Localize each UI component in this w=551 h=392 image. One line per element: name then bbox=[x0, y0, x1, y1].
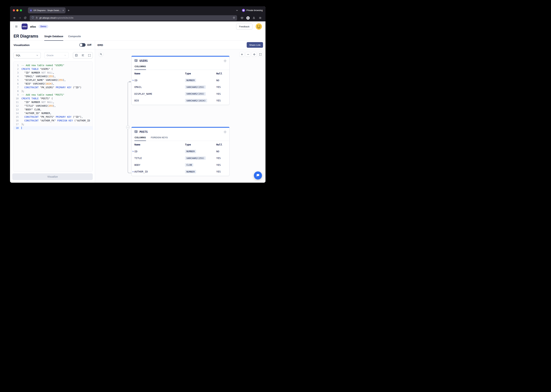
list-all-tabs-chevron-icon[interactable] bbox=[235, 8, 239, 13]
tab-single-database[interactable]: Single Database bbox=[44, 35, 63, 41]
browser-window: a ER Diagrams · Single Database × + Priv… bbox=[10, 6, 266, 183]
window-minimize-button[interactable] bbox=[16, 9, 18, 11]
window-close-button[interactable] bbox=[13, 9, 15, 11]
reload-icon[interactable] bbox=[23, 15, 28, 20]
tracking-shield-icon[interactable] bbox=[31, 16, 34, 20]
erd-canvas[interactable]: USERS COLUMNS NameTypeNull ID NUMBER NO … bbox=[95, 49, 266, 183]
browser-toolbar: gh.atlasgo.cloud/explore/b2bc319e G bbox=[10, 14, 266, 21]
entity-header[interactable]: POSTS bbox=[132, 128, 229, 135]
url-bar[interactable]: gh.atlasgo.cloud/explore/b2bc319e bbox=[30, 15, 237, 21]
code-line[interactable]: 14 "AUTHOR_ID" NUMBER, bbox=[13, 112, 93, 115]
dialect-select[interactable]: Oracle bbox=[44, 52, 69, 58]
atlas-logo[interactable]: atlas bbox=[22, 23, 28, 29]
column-name: ID bbox=[134, 79, 185, 82]
line-number: 8 bbox=[13, 89, 22, 93]
diff-control: Diff bbox=[79, 43, 91, 47]
tab-composite[interactable]: Composite bbox=[68, 35, 81, 41]
schema-icon[interactable] bbox=[73, 52, 80, 58]
code-token: "USERS" ( bbox=[39, 68, 53, 70]
code-token: ("ID") bbox=[72, 86, 81, 89]
erd-panel: ERD Share Link bbox=[95, 41, 266, 183]
code-text: "DISPLAY_NAME" VARCHAR2(255), bbox=[22, 78, 66, 82]
entity-tab-columns[interactable]: COLUMNS bbox=[134, 135, 146, 141]
code-line[interactable]: 10CREATE TABLE "POSTS" ( bbox=[13, 97, 93, 100]
back-icon[interactable] bbox=[12, 15, 17, 20]
share-link-button[interactable]: Share Link bbox=[247, 42, 263, 48]
sql-editor[interactable]: 1-- Add new table named "USERS"2CREATE T… bbox=[13, 61, 93, 172]
forward-icon[interactable] bbox=[17, 15, 22, 20]
code-line[interactable]: 5 "DISPLAY_NAME" VARCHAR2(255), bbox=[13, 78, 93, 82]
format-icon[interactable] bbox=[80, 52, 86, 58]
menu-icon[interactable] bbox=[258, 16, 262, 20]
code-line[interactable]: 9-- Add new table named "POSTS" bbox=[13, 93, 93, 97]
chevron-down-icon bbox=[36, 54, 38, 56]
extension-g-badge-icon[interactable]: G bbox=[246, 16, 250, 20]
share-icon[interactable] bbox=[252, 16, 256, 20]
line-number: 14 bbox=[13, 112, 22, 115]
entity-tab-foreign-keys[interactable]: FOREIGN KEYS bbox=[151, 135, 168, 141]
code-token: ("ID"), bbox=[72, 115, 83, 118]
entity-table-header: NameTypeNull bbox=[132, 141, 229, 148]
lock-icon[interactable] bbox=[36, 16, 38, 20]
toolbar-extensions: G bbox=[240, 16, 262, 20]
relationship-handle[interactable] bbox=[126, 126, 130, 129]
column-header: Null bbox=[216, 72, 226, 75]
expand-editor-icon[interactable] bbox=[86, 52, 93, 58]
code-token: "AUTHOR_ID" NUMBER, bbox=[22, 112, 51, 115]
tab-close-icon[interactable]: × bbox=[63, 9, 64, 12]
code-line[interactable]: 12 "TITLE" VARCHAR2(255), bbox=[13, 104, 93, 108]
code-token: 255 bbox=[49, 105, 53, 107]
code-token: FOREIGN KEY bbox=[57, 119, 73, 122]
entity-header[interactable]: USERS bbox=[132, 57, 229, 64]
drag-handle-icon[interactable] bbox=[224, 59, 226, 62]
diff-label: Diff bbox=[87, 43, 91, 46]
code-line[interactable]: 16 CONSTRAINT "AUTHOR_FK" FOREIGN KEY ("… bbox=[13, 119, 93, 122]
code-line[interactable]: 2CREATE TABLE "USERS" ( bbox=[13, 67, 93, 71]
main-split: Visualization Diff SQL Oracle bbox=[10, 41, 266, 183]
entity-posts[interactable]: POSTS COLUMNSFOREIGN KEYS NameTypeNull I… bbox=[131, 127, 230, 176]
entity-table-header: NameTypeNull bbox=[132, 70, 229, 77]
visualize-button[interactable]: Visualize bbox=[12, 173, 93, 180]
code-line[interactable]: 4 "EMAIL" VARCHAR2(255), bbox=[13, 75, 93, 78]
drag-handle-icon[interactable] bbox=[224, 131, 226, 133]
language-select[interactable]: SQL bbox=[14, 52, 41, 58]
code-line[interactable]: 6 "BIO" VARCHAR2(1024), bbox=[13, 82, 93, 86]
bookmark-star-icon[interactable] bbox=[233, 16, 235, 20]
browser-tab[interactable]: a ER Diagrams · Single Database × bbox=[28, 7, 65, 13]
private-mask-icon bbox=[242, 9, 245, 12]
pocket-icon[interactable] bbox=[240, 16, 244, 20]
editor-toolbar bbox=[73, 52, 93, 58]
user-avatar[interactable] bbox=[256, 23, 262, 30]
code-line[interactable]: 7 CONSTRAINT "PK_USERS" PRIMARY KEY ("ID… bbox=[13, 86, 93, 89]
code-line[interactable]: 8); bbox=[13, 89, 93, 93]
column-header: Name bbox=[134, 143, 185, 146]
window-zoom-button[interactable] bbox=[20, 9, 22, 11]
fullscreen-icon[interactable] bbox=[258, 52, 263, 57]
code-line[interactable]: 13 "BODY" CLOB, bbox=[13, 108, 93, 112]
code-line[interactable]: 11 "ID" NUMBER NOT NULL, bbox=[13, 100, 93, 104]
tab-favicon-icon: a bbox=[30, 9, 32, 12]
primary-key-icon bbox=[132, 79, 134, 81]
code-line[interactable]: 18 bbox=[13, 126, 93, 130]
diff-toggle[interactable] bbox=[79, 43, 86, 47]
code-line[interactable]: 3 "ID" NUMBER NOT NULL, bbox=[13, 71, 93, 75]
header-right: Feedback bbox=[236, 23, 262, 30]
fit-view-icon[interactable] bbox=[252, 52, 256, 57]
zoom-in-icon[interactable] bbox=[239, 52, 244, 57]
chat-launcher-icon[interactable] bbox=[254, 171, 262, 180]
canvas-search-icon[interactable] bbox=[99, 52, 103, 57]
code-text: CREATE TABLE "POSTS" ( bbox=[22, 97, 53, 100]
line-number: 12 bbox=[13, 104, 22, 108]
entity-users[interactable]: USERS COLUMNS NameTypeNull ID NUMBER NO … bbox=[131, 56, 230, 105]
erd-header: ERD Share Link bbox=[95, 41, 266, 49]
new-tab-button[interactable]: + bbox=[68, 9, 70, 12]
app-menu-icon[interactable] bbox=[14, 24, 19, 29]
line-number: 5 bbox=[13, 78, 22, 82]
code-line[interactable]: 1-- Add new table named "USERS" bbox=[13, 63, 93, 67]
code-line[interactable]: 17); bbox=[13, 122, 93, 126]
line-number: 13 bbox=[13, 108, 22, 112]
feedback-button[interactable]: Feedback bbox=[236, 23, 253, 29]
zoom-out-icon[interactable] bbox=[246, 52, 250, 57]
code-line[interactable]: 15 CONSTRAINT "PK_POSTS" PRIMARY KEY ("I… bbox=[13, 115, 93, 119]
entity-tab-columns[interactable]: COLUMNS bbox=[134, 64, 146, 70]
